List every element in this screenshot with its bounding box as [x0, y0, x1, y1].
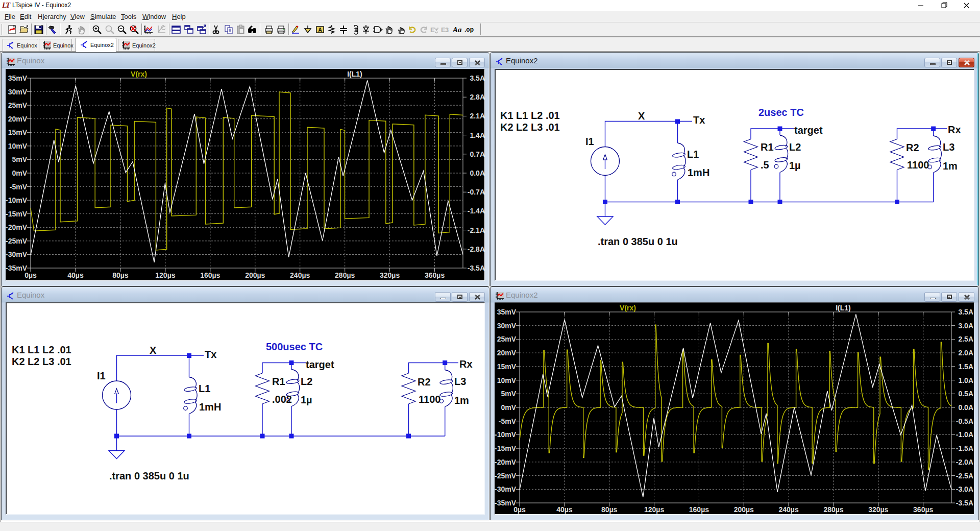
svg-text:200µs: 200µs: [245, 271, 265, 279]
svg-text:Rx: Rx: [948, 124, 961, 135]
svg-text:120µs: 120µs: [644, 505, 664, 514]
svg-text:-30mV: -30mV: [495, 485, 517, 493]
svg-text:I1: I1: [97, 370, 106, 381]
svg-text:10mV: 10mV: [8, 142, 28, 150]
svg-text:35mV: 35mV: [8, 74, 28, 82]
svg-text:K2 L2 L3 .01: K2 L2 L3 .01: [12, 356, 71, 367]
svg-text:40µs: 40µs: [556, 505, 573, 514]
svg-text:3.0A: 3.0A: [958, 322, 973, 330]
svg-text:-3.5A: -3.5A: [956, 499, 973, 507]
svg-text:L3: L3: [454, 376, 466, 387]
svg-text:200µs: 200µs: [734, 505, 754, 514]
svg-text:15mV: 15mV: [497, 363, 517, 371]
svg-text:A: A: [318, 27, 322, 33]
svg-text:25mV: 25mV: [497, 335, 517, 343]
svg-text:I1: I1: [585, 136, 594, 147]
svg-text:1µ: 1µ: [789, 160, 801, 171]
svg-text:.002: .002: [272, 394, 292, 405]
svg-text:-1.4A: -1.4A: [468, 207, 484, 215]
svg-text:X: X: [150, 345, 157, 356]
svg-text:-5mV: -5mV: [499, 417, 517, 425]
svg-text:25mV: 25mV: [8, 101, 28, 109]
svg-text:30mV: 30mV: [497, 322, 517, 330]
svg-text:L1: L1: [199, 383, 210, 394]
svg-text:5mV: 5mV: [12, 155, 27, 163]
svg-text:target: target: [794, 125, 823, 136]
svg-text:V(rx): V(rx): [131, 70, 147, 78]
svg-text:3.5A: 3.5A: [958, 308, 973, 316]
svg-text:K1 L1 L2 .01: K1 L1 L2 .01: [500, 110, 560, 121]
svg-text:-3.5A: -3.5A: [468, 264, 484, 272]
svg-text:Aa: Aa: [453, 26, 462, 34]
svg-text:L2: L2: [301, 376, 312, 387]
svg-text:320µs: 320µs: [868, 505, 888, 514]
svg-text:-20mV: -20mV: [495, 458, 517, 466]
svg-text:-15mV: -15mV: [495, 444, 517, 452]
svg-text:.tran 0 385u 0 1u: .tran 0 385u 0 1u: [598, 236, 678, 247]
svg-text:500usec TC: 500usec TC: [266, 341, 323, 352]
svg-text:2.1A: 2.1A: [470, 112, 484, 120]
svg-text:1mH: 1mH: [199, 401, 221, 413]
svg-text:120µs: 120µs: [155, 271, 175, 279]
svg-text:-20mV: -20mV: [6, 223, 28, 231]
svg-text:1.5A: 1.5A: [958, 363, 973, 371]
svg-text:2.5A: 2.5A: [958, 335, 973, 343]
svg-text:30mV: 30mV: [8, 88, 28, 96]
svg-text:Tx: Tx: [693, 114, 705, 126]
svg-text:10mV: 10mV: [497, 376, 517, 384]
svg-text:240µs: 240µs: [290, 271, 310, 279]
svg-text:2.0A: 2.0A: [958, 349, 973, 357]
svg-text:320µs: 320µs: [380, 271, 400, 279]
svg-text:1.4A: 1.4A: [470, 131, 484, 139]
svg-text:X: X: [638, 110, 645, 122]
svg-text:1100: 1100: [907, 159, 929, 171]
svg-text:40µs: 40µs: [67, 271, 84, 279]
svg-text:-1.5A: -1.5A: [956, 444, 973, 452]
svg-text:0.7A: 0.7A: [470, 150, 484, 158]
svg-text:1µ: 1µ: [301, 394, 312, 405]
svg-text:R2: R2: [418, 376, 431, 388]
svg-text:R2: R2: [906, 142, 919, 153]
svg-text:20mV: 20mV: [8, 115, 28, 123]
svg-text:280µs: 280µs: [335, 271, 355, 279]
svg-text:K1 L1 L2 .01: K1 L1 L2 .01: [12, 344, 71, 355]
svg-text:-2.1A: -2.1A: [468, 226, 484, 234]
svg-text:15mV: 15mV: [8, 128, 28, 136]
svg-text:-10mV: -10mV: [495, 430, 517, 439]
svg-text:R1: R1: [272, 376, 285, 387]
svg-text:V(rx): V(rx): [620, 304, 636, 312]
svg-text:-25mV: -25mV: [495, 472, 517, 480]
svg-text:.op: .op: [464, 26, 474, 33]
svg-text:80µs: 80µs: [112, 271, 129, 279]
svg-text:3.5A: 3.5A: [470, 74, 484, 82]
svg-text:0mV: 0mV: [501, 403, 516, 412]
svg-text:0.0A: 0.0A: [958, 403, 973, 412]
svg-text:360µs: 360µs: [913, 505, 933, 514]
svg-text:-2.8A: -2.8A: [468, 245, 484, 253]
svg-text:I(L1): I(L1): [836, 304, 851, 312]
svg-text:L2: L2: [789, 141, 801, 153]
svg-text:0.5A: 0.5A: [958, 390, 973, 398]
svg-text:3: 3: [445, 26, 449, 34]
svg-text:35mV: 35mV: [497, 308, 517, 316]
svg-text:1mH: 1mH: [688, 167, 709, 178]
svg-text:1100: 1100: [419, 394, 440, 405]
svg-text:L3: L3: [943, 141, 954, 153]
svg-text:80µs: 80µs: [601, 505, 618, 514]
svg-text:-30mV: -30mV: [6, 250, 28, 258]
svg-text:-1.0A: -1.0A: [956, 430, 973, 439]
svg-text:L1: L1: [687, 149, 699, 160]
svg-text:K2 L2 L3 .01: K2 L2 L3 .01: [500, 122, 560, 133]
svg-text:1m: 1m: [454, 395, 469, 406]
svg-text:.5: .5: [761, 159, 769, 171]
svg-text:5mV: 5mV: [501, 390, 516, 398]
svg-text:1m: 1m: [943, 160, 958, 172]
svg-text:Tx: Tx: [205, 349, 216, 360]
svg-text:.tran 0 385u 0 1u: .tran 0 385u 0 1u: [109, 470, 189, 481]
svg-text:-2.5A: -2.5A: [956, 472, 973, 480]
svg-text:-15mV: -15mV: [6, 210, 28, 218]
svg-text:0µs: 0µs: [24, 271, 37, 279]
svg-text:target: target: [306, 359, 334, 370]
svg-text:Rx: Rx: [459, 358, 473, 370]
svg-text:-2.0A: -2.0A: [956, 458, 973, 466]
